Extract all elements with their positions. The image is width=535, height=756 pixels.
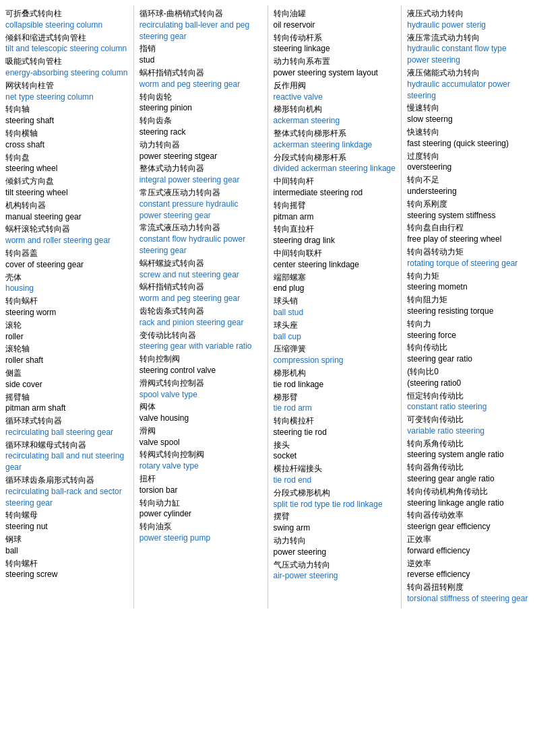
list-item: 液压常流式动力转向hydraulic constant flow type po… bbox=[407, 32, 530, 66]
english-term: tilt and telescopic steering column bbox=[5, 43, 128, 55]
chinese-term: 转向螺杆 bbox=[5, 558, 128, 570]
english-term: steering system angle ratio bbox=[407, 449, 530, 460]
chinese-term: 钢球 bbox=[5, 534, 128, 545]
list-item: 蜗杆螺旋式转向器screw and nut steering gear bbox=[139, 258, 262, 281]
english-term: fast steering (quick steering) bbox=[407, 138, 530, 149]
english-term: power steering stgear bbox=[139, 151, 262, 162]
english-term: ball stud bbox=[274, 307, 396, 318]
list-item: 转向直拉杆steering drag link bbox=[274, 224, 396, 246]
list-item: 转向油泵power steerig pump bbox=[139, 521, 262, 544]
list-item: 快速转向fast steering (quick steering) bbox=[407, 127, 530, 149]
english-term: power steering system layout bbox=[274, 67, 396, 79]
list-item: 转向器转动力矩rotating torque of steering gear bbox=[407, 246, 530, 269]
english-term: power cylinder bbox=[139, 508, 262, 520]
chinese-term: 吸能式转向管柱 bbox=[5, 56, 128, 67]
list-item: 液压式动力转向hydraulic power sterig bbox=[407, 8, 530, 31]
list-item: 网状转向柱管net type steering column bbox=[5, 80, 128, 103]
chinese-term: 液压式动力转向 bbox=[407, 8, 530, 20]
chinese-term: 慢速转向 bbox=[407, 102, 530, 114]
list-item: 球头销ball stud bbox=[274, 296, 396, 318]
list-item: 气压式动力转向air-power steering bbox=[274, 559, 396, 582]
chinese-term: 整体式动力转向器 bbox=[139, 163, 262, 174]
english-term: energy-absorbing steering column bbox=[5, 67, 128, 79]
english-term: rack and pinion steering gear bbox=[139, 317, 262, 329]
chinese-term: 可变转向传动比 bbox=[407, 414, 530, 425]
english-term: steering tie rod bbox=[274, 427, 396, 438]
chinese-term: 转向横拉杆 bbox=[274, 415, 396, 427]
english-term: ball bbox=[5, 545, 128, 557]
english-term: ackerman steering bbox=[274, 115, 396, 127]
chinese-term: 摆臂 bbox=[274, 511, 396, 522]
english-term: recirculating ball-rack and sector steer… bbox=[5, 486, 128, 509]
english-term: worm and roller steering gear bbox=[5, 235, 128, 246]
list-item: 分段式梯形机构split tie rod type tie rod linkag… bbox=[274, 487, 396, 510]
chinese-term: 循环球齿条扇形式转向器 bbox=[5, 475, 128, 486]
list-item: 转向传动比steering gear ratio bbox=[407, 342, 530, 365]
chinese-term: 循环球式转向器 bbox=[5, 415, 128, 427]
english-term: steering mometn bbox=[407, 281, 530, 293]
list-item: 滚轮roller bbox=[5, 320, 128, 343]
list-item: 钢球ball bbox=[5, 534, 128, 557]
english-term: steering nut bbox=[5, 521, 128, 532]
list-item: 循环球式转向器recirculating ball steering gear bbox=[5, 415, 128, 438]
chinese-term: 机构转向器 bbox=[5, 200, 128, 211]
list-item: 摇臂轴pitman arm shaft bbox=[5, 392, 128, 415]
list-item: 转向器角传动比steering gear angle ratio bbox=[407, 462, 530, 485]
chinese-term: 梯形转向机构 bbox=[274, 104, 396, 115]
chinese-term: 转向油罐 bbox=[274, 8, 396, 20]
list-item: 转向系角传动比steering system angle ratio bbox=[407, 438, 530, 461]
list-item: 整体式动力转向器integral power steering gear bbox=[139, 163, 262, 186]
english-term: cover of steering gear bbox=[5, 259, 128, 271]
english-term: steering screw bbox=[5, 569, 128, 580]
chinese-term: 梯形机构 bbox=[274, 368, 396, 379]
chinese-term: 反作用阀 bbox=[274, 80, 396, 92]
english-term: free play of steering wheel bbox=[407, 234, 530, 245]
list-item: 球头座ball cup bbox=[274, 320, 396, 343]
list-item: 转向动力缸power cylinder bbox=[139, 497, 262, 520]
chinese-term: 转向轴 bbox=[5, 104, 128, 115]
list-item: 中间转向联杆center steering linkdage bbox=[274, 248, 396, 271]
english-term: steering drag link bbox=[274, 235, 396, 246]
chinese-term: 滚轮轴 bbox=[5, 343, 128, 355]
english-term: integral power steering gear bbox=[139, 174, 262, 186]
english-term: collapsible steering column bbox=[5, 20, 128, 31]
list-item: 过度转向oversteering bbox=[407, 151, 530, 174]
english-term: constant flow hydraulic power steering g… bbox=[139, 234, 262, 256]
chinese-term: 正效率 bbox=[407, 534, 530, 545]
english-term: worm and peg steering gear bbox=[139, 79, 262, 90]
list-item: 滑阀式转向控制器spool valve type bbox=[139, 378, 262, 401]
english-term: oil reservoir bbox=[274, 20, 396, 31]
english-term: roller shaft bbox=[5, 355, 128, 366]
list-item: 转向系刚度steering system stiffness bbox=[407, 199, 530, 221]
chinese-term: 转向不足 bbox=[407, 174, 530, 186]
english-term: torsion bar bbox=[139, 485, 262, 496]
english-term: screw and nut steering gear bbox=[139, 269, 262, 281]
list-item: (转向比0(steering ratio0 bbox=[407, 366, 530, 389]
english-term: hydraulic power sterig bbox=[407, 20, 530, 31]
main-page: 可折叠式转向柱collapsible steering column倾斜和缩进式… bbox=[0, 0, 535, 614]
list-item: 常压式液压动力转向器constant pressure hydraulic po… bbox=[139, 187, 262, 221]
english-term: reverse efficiency bbox=[407, 569, 530, 580]
english-term: steerign gear efficiency bbox=[407, 521, 530, 532]
english-term: steering resisting torque bbox=[407, 306, 530, 317]
list-item: 摆臂swing arm bbox=[274, 511, 396, 534]
chinese-term: 梯形臂 bbox=[274, 392, 396, 403]
english-term: oversteering bbox=[407, 162, 530, 173]
chinese-term: 球头销 bbox=[274, 296, 396, 307]
chinese-term: 中间转向杆 bbox=[274, 176, 396, 187]
english-term: recirculating ball steering gear bbox=[5, 427, 128, 438]
list-item: 横拉杆端接头tie rod end bbox=[274, 463, 396, 486]
chinese-term: 接头 bbox=[274, 440, 396, 451]
chinese-term: 转向力矩 bbox=[407, 271, 530, 282]
list-item: 转向阻力矩steering resisting torque bbox=[407, 294, 530, 317]
list-item: 倾斜和缩进式转向管柱tilt and telescopic steering c… bbox=[5, 32, 128, 55]
english-term: rotating torque of steering gear bbox=[407, 258, 530, 269]
chinese-term: 端部螺塞 bbox=[274, 272, 396, 283]
list-item: 转向传动机构角传动比steering linkage angle ratio bbox=[407, 486, 530, 509]
chinese-term: 变传动比转向器 bbox=[139, 330, 262, 341]
chinese-term: 扭杆 bbox=[139, 473, 262, 485]
english-term: cross shaft bbox=[5, 139, 128, 151]
list-item: 壳体housing bbox=[5, 272, 128, 295]
chinese-term: 转向器传动效率 bbox=[407, 510, 530, 521]
chinese-term: 滑阀 bbox=[139, 425, 262, 437]
